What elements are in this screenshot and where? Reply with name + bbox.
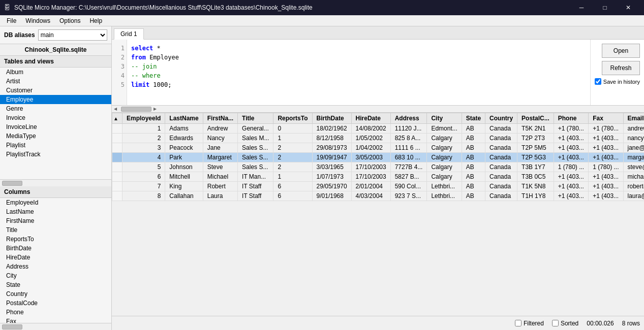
table-item-invoiceline[interactable]: InvoiceLine: [0, 122, 111, 131]
table-row[interactable]: 5JohnsonSteveSales S...23/03/196517/10/2…: [112, 162, 645, 172]
table-item-customer[interactable]: Customer: [0, 86, 111, 95]
cell-1-8: Calgary: [427, 134, 462, 143]
table-item-invoice[interactable]: Invoice: [0, 113, 111, 122]
hscroll-thumb[interactable]: [121, 107, 151, 112]
filtered-checkbox[interactable]: [515, 320, 522, 326]
table-item-playlisttrack[interactable]: PlaylistTrack: [0, 150, 111, 159]
column-item-firstname[interactable]: FirstName: [0, 216, 111, 225]
hscroll-left-arrow[interactable]: ◀: [112, 107, 119, 111]
col-header-3[interactable]: FirstNa...: [203, 113, 237, 124]
cell-3-12: +1 (403...: [554, 153, 588, 162]
menu-help[interactable]: Help: [85, 16, 107, 26]
main-container: DB aliases main Chinook_Sqlite.sqlite Ta…: [0, 26, 644, 330]
db-aliases-row: DB aliases main: [0, 26, 111, 44]
tables-header: Tables and views: [0, 56, 111, 68]
cell-5-7: 5827 B...: [390, 172, 427, 182]
col-header-2[interactable]: LastName: [165, 113, 203, 124]
table-item-album[interactable]: Album: [0, 68, 111, 77]
cell-4-1: Johnson: [165, 162, 203, 172]
col-header-11[interactable]: Country: [485, 113, 517, 124]
line-numbers: 12345: [112, 40, 127, 105]
open-button[interactable]: Open: [602, 44, 640, 58]
tables-hscroll[interactable]: [0, 179, 111, 186]
table-item-employee[interactable]: Employee: [0, 95, 111, 104]
title-bar: 🗄 SQLite Micro Manager: C:\Users\vrull\D…: [0, 0, 644, 15]
col-header-8[interactable]: Address: [390, 113, 427, 124]
editor-hscroll[interactable]: ◀ ▶: [112, 106, 644, 113]
cell-0-2: Andrew: [203, 124, 237, 134]
hscroll-right-arrow[interactable]: ▶: [151, 107, 159, 111]
table-row[interactable]: 4ParkMargaretSales S...219/09/19473/05/2…: [112, 153, 645, 162]
cell-2-0: 3: [122, 143, 165, 153]
status-bar: Filtered Sorted 00:00.026 8 rows: [112, 316, 644, 330]
columns-hscroll[interactable]: [0, 323, 111, 330]
menu-file[interactable]: File: [2, 16, 21, 26]
column-item-hiredate[interactable]: HireDate: [0, 253, 111, 262]
cell-2-7: 1111 6 ...: [390, 143, 427, 153]
table-item-artist[interactable]: Artist: [0, 77, 111, 86]
left-panel: DB aliases main Chinook_Sqlite.sqlite Ta…: [0, 26, 112, 330]
column-item-fax[interactable]: Fax: [0, 317, 111, 323]
column-item-city[interactable]: City: [0, 271, 111, 280]
table-row[interactable]: 7KingRobertIT Staff629/05/19702/01/20045…: [112, 182, 645, 191]
tab-grid1[interactable]: Grid 1: [114, 28, 144, 40]
columns-list[interactable]: EmployeeIdLastNameFirstNameTitleReportsT…: [0, 198, 111, 323]
col-header-10[interactable]: State: [462, 113, 485, 124]
column-item-title[interactable]: Title: [0, 225, 111, 235]
col-header-6[interactable]: BirthDate: [312, 113, 351, 124]
cell-0-13: +1 (780...: [589, 124, 623, 134]
maximize-button[interactable]: □: [593, 0, 617, 15]
tables-list[interactable]: AlbumArtistCustomerEmployeeGenreInvoiceI…: [0, 68, 111, 179]
menu-windows[interactable]: Windows: [21, 16, 55, 26]
column-item-reportsto[interactable]: ReportsTo: [0, 235, 111, 244]
cell-4-4: 2: [273, 162, 312, 172]
cell-1-3: Sales M...: [238, 134, 273, 143]
cell-2-3: Sales S...: [238, 143, 273, 153]
col-header-13[interactable]: Phone: [554, 113, 588, 124]
column-item-country[interactable]: Country: [0, 289, 111, 299]
col-header-15[interactable]: Email: [623, 113, 644, 124]
column-item-state[interactable]: State: [0, 280, 111, 289]
table-item-playlist[interactable]: Playlist: [0, 141, 111, 150]
close-button[interactable]: ✕: [617, 0, 640, 15]
table-row[interactable]: 8CallahanLauraIT Staff69/01/19684/03/200…: [112, 191, 645, 201]
cell-4-5: 3/03/1965: [312, 162, 351, 172]
filtered-item: Filtered: [515, 320, 544, 327]
col-header-0[interactable]: ▲: [112, 113, 122, 124]
save-history-checkbox[interactable]: [595, 78, 601, 85]
db-name: Chinook_Sqlite.sqlite: [0, 44, 111, 56]
col-header-4[interactable]: Title: [238, 113, 273, 124]
cell-2-5: 29/08/1973: [312, 143, 351, 153]
column-item-postalcode[interactable]: PostalCode: [0, 299, 111, 308]
table-item-genre[interactable]: Genre: [0, 104, 111, 113]
cell-6-4: 6: [273, 182, 312, 191]
column-item-birthdate[interactable]: BirthDate: [0, 244, 111, 253]
column-item-address[interactable]: Address: [0, 262, 111, 271]
cell-2-8: Calgary: [427, 143, 462, 153]
col-header-12[interactable]: PostalC...: [517, 113, 554, 124]
cell-6-14: robert@...: [623, 182, 644, 191]
column-item-employeeid[interactable]: EmployeeId: [0, 198, 111, 207]
minimize-button[interactable]: ─: [570, 0, 593, 15]
sorted-checkbox[interactable]: [552, 320, 559, 326]
col-header-7[interactable]: HireDate: [351, 113, 390, 124]
menu-options[interactable]: Options: [55, 16, 85, 26]
sql-editor[interactable]: select *from Employee-- join-- wherelimi…: [127, 40, 590, 105]
cell-3-8: Calgary: [427, 153, 462, 162]
col-header-5[interactable]: ReportsTo: [273, 113, 312, 124]
column-item-phone[interactable]: Phone: [0, 308, 111, 317]
table-row[interactable]: 3PeacockJaneSales S...229/08/19731/04/20…: [112, 143, 645, 153]
column-item-lastname[interactable]: LastName: [0, 207, 111, 216]
table-row[interactable]: 2EdwardsNancySales M...18/12/19581/05/20…: [112, 134, 645, 143]
row-number-5: [112, 172, 122, 182]
col-header-9[interactable]: City: [427, 113, 462, 124]
table-row[interactable]: 6MitchellMichaelIT Man...11/07/197317/10…: [112, 172, 645, 182]
data-grid-container[interactable]: ▲EmployeeIdLastNameFirstNa...TitleReport…: [112, 113, 644, 316]
table-row[interactable]: 1AdamsAndrewGeneral...018/02/196214/08/2…: [112, 124, 645, 134]
col-header-1[interactable]: EmployeeId: [122, 113, 165, 124]
cell-5-0: 6: [122, 172, 165, 182]
db-aliases-select[interactable]: main: [38, 29, 107, 41]
refresh-button[interactable]: Refresh: [602, 61, 640, 75]
table-item-mediatype[interactable]: MediaType: [0, 131, 111, 141]
col-header-14[interactable]: Fax: [589, 113, 623, 124]
